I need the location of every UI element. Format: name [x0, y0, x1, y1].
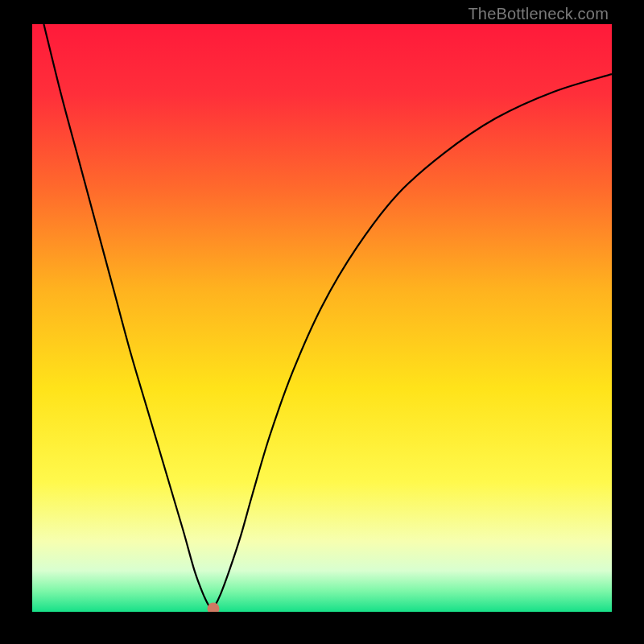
curve-path	[43, 24, 612, 609]
chart-frame: TheBottleneck.com	[0, 0, 644, 644]
bottleneck-curve	[32, 24, 612, 612]
minimum-marker-icon	[207, 602, 219, 612]
watermark-text: TheBottleneck.com	[468, 5, 609, 23]
plot-area	[32, 24, 612, 612]
